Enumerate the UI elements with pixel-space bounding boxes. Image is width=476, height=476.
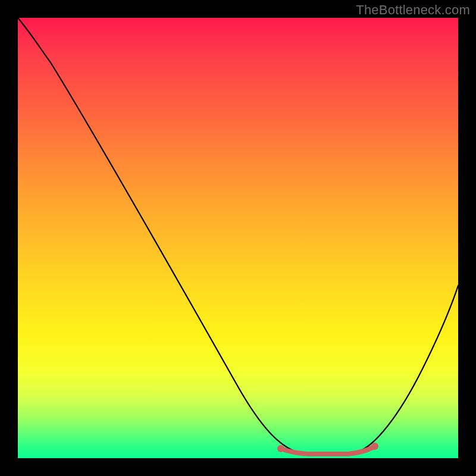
optimal-range-end-dot [371,443,378,450]
chart-frame: TheBottleneck.com [0,0,476,476]
optimal-range-highlight [281,446,375,454]
optimal-range-start-dot [277,445,284,452]
bottleneck-curve-line [18,18,458,452]
plot-area [18,18,458,458]
curve-svg [18,18,458,458]
watermark-text: TheBottleneck.com [356,2,470,18]
